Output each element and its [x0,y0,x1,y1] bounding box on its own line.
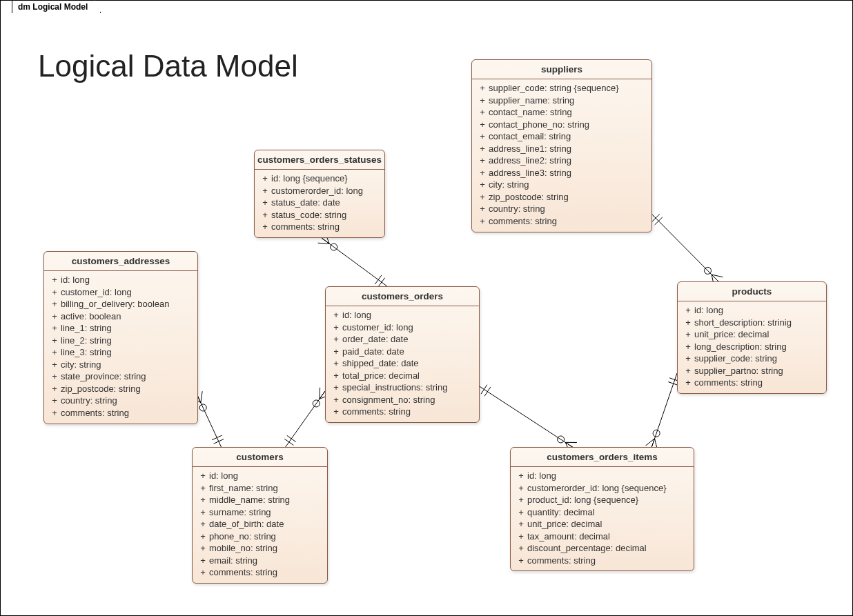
attribute-row: +address_line3: string [476,167,647,179]
attribute-row: +discount_percentage: decimal [515,542,689,555]
visibility-public-icon: + [48,359,61,371]
attribute-row: +customer_id: long [330,321,475,334]
attribute-text: id: long [527,470,689,482]
attribute-row: +country: string [476,203,647,215]
attribute-text: comments: string [271,221,380,233]
attribute-row: +line_1: string [48,322,193,335]
visibility-public-icon: + [48,395,61,407]
attribute-row: +middle_name: string [197,494,323,506]
attribute-row: +contact_email: string [476,130,647,143]
visibility-public-icon: + [259,197,271,209]
attribute-row: +city: string [476,179,647,191]
diagram-frame: dm Logical Model Logical Data Model cust… [0,0,853,616]
attribute-row: +comments: string [476,215,647,228]
visibility-public-icon: + [197,566,209,579]
attribute-text: active: boolean [61,310,193,323]
attribute-text: line_3: string [61,346,193,359]
attribute-text: customerorder_id: long [271,185,380,197]
visibility-public-icon: + [330,394,342,406]
visibility-public-icon: + [476,191,489,203]
attribute-text: id: long [694,304,822,317]
attribute-text: total_price: decimal [342,370,475,382]
attribute-list: +id: long+customer_id: long+billing_or_d… [44,271,197,424]
attribute-row: +id: long {sequence} [259,172,380,185]
attribute-row: +order_date: date [330,333,475,346]
attribute-row: +tax_amount: decimal [515,530,689,543]
entity-header: customers_orders_statuses [255,150,384,170]
visibility-public-icon: + [197,482,209,495]
svg-line-13 [287,435,296,441]
attribute-row: +id: long [48,274,193,286]
visibility-public-icon: + [515,542,527,555]
visibility-public-icon: + [48,370,61,383]
attribute-row: +supplier_code: string [682,352,822,365]
attribute-text: address_line1: string [489,143,647,155]
attribute-row: +line_2: string [48,335,193,347]
entity-suppliers[interactable]: suppliers+supplier_code: string {sequenc… [471,59,652,232]
visibility-public-icon: + [197,555,209,567]
entity-customers_orders_items[interactable]: customers_orders_items+id: long+customer… [510,447,694,571]
visibility-public-icon: + [259,221,271,233]
svg-line-2 [201,391,202,402]
svg-line-35 [651,213,718,281]
attribute-row: +comments: string [259,221,380,233]
entity-customers_addresses[interactable]: customers_addresses+id: long+customer_id… [43,251,198,424]
attribute-text: special_instructions: string [342,381,475,394]
attribute-text: quantity: decimal [527,506,689,519]
entity-products[interactable]: products+id: long+short_description: str… [677,281,827,394]
visibility-public-icon: + [259,172,271,185]
entity-customers[interactable]: customers+id: long+first_name: string+mi… [192,447,328,584]
attribute-row: +country: string [48,395,193,407]
visibility-public-icon: + [682,341,694,353]
attribute-row: +line_3: string [48,346,193,359]
visibility-public-icon: + [476,95,489,107]
attribute-text: surname: string [209,506,323,519]
attribute-row: +comments: string [330,406,475,418]
attribute-row: +billing_or_delivery: boolean [48,298,193,310]
attribute-text: order_date: date [342,333,475,346]
visibility-public-icon: + [515,506,527,519]
entity-customers_orders[interactable]: customers_orders+id: long+customer_id: l… [325,286,480,423]
attribute-text: zip_postcode: string [61,383,193,395]
attribute-text: email: string [209,555,323,567]
visibility-public-icon: + [476,130,489,143]
attribute-text: id: long [61,274,193,286]
attribute-text: middle_name: string [209,494,323,506]
visibility-public-icon: + [682,328,694,341]
svg-point-18 [331,244,337,250]
attribute-text: id: long [342,309,475,321]
attribute-list: +id: long+customerorder_id: long {sequen… [511,467,694,570]
attribute-row: +mobile_no: string [197,542,323,555]
attribute-row: +consignment_no: string [330,394,475,406]
visibility-public-icon: + [48,298,61,310]
visibility-public-icon: + [330,333,342,346]
svg-line-20 [375,275,381,284]
attribute-text: billing_or_delivery: boolean [61,298,193,310]
attribute-row: +comments: string [48,407,193,419]
svg-line-23 [484,387,491,396]
attribute-text: unit_price: decimal [527,518,689,530]
visibility-public-icon: + [330,321,342,334]
attribute-row: +state_province: string [48,370,193,383]
attribute-row: +status_date: date [259,197,380,209]
entity-header: suppliers [472,60,651,79]
svg-line-6 [212,435,222,440]
visibility-public-icon: + [197,494,209,506]
attribute-row: +address_line1: string [476,143,647,155]
diagram-title: Logical Data Model [38,49,298,83]
svg-line-15 [322,238,329,244]
visibility-public-icon: + [476,215,489,228]
visibility-public-icon: + [330,381,342,394]
attribute-list: +id: long+customer_id: long+order_date: … [326,306,479,422]
entity-header: customers_addresses [44,252,197,271]
visibility-public-icon: + [476,167,489,179]
attribute-text: contact_name: string [489,106,647,119]
entity-customers_orders_statuses[interactable]: customers_orders_statuses+id: long {sequ… [254,150,385,238]
svg-point-41 [705,267,712,274]
visibility-public-icon: + [682,304,694,317]
attribute-text: customer_id: long [342,321,475,334]
attribute-row: +first_name: string [197,482,323,495]
attribute-row: +contact_phone_no: string [476,119,647,131]
attribute-text: date_of_birth: date [209,518,323,530]
visibility-public-icon: + [330,309,342,321]
